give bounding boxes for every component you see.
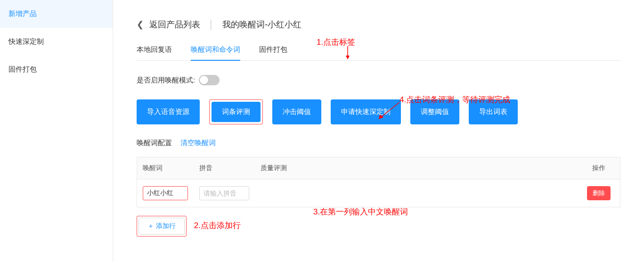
delete-button[interactable]: 删除 [587, 186, 611, 200]
eval-button[interactable]: 词条评测 [212, 102, 261, 122]
cell-quality [255, 187, 578, 200]
cell-pinyin [194, 180, 255, 207]
export-button[interactable]: 导出词表 [469, 99, 518, 124]
page-title: 我的唤醒词-小红小红 [222, 19, 302, 30]
highlight-box-addrow: ＋ 添加行 [137, 216, 187, 237]
threshold-button[interactable]: 冲击阈值 [272, 99, 321, 124]
th-quality: 质量评测 [255, 157, 578, 179]
button-row: 导入语音资源 词条评测 冲击阈值 申请快速深定制 调整阈值 导出词表 [137, 99, 620, 124]
main-content: ❮ 返回产品列表 │ 我的唤醒词-小红小红 1.点击标签 本地回复语 唤醒词和命… [113, 0, 644, 262]
table-row: 删除 [137, 179, 620, 207]
cell-action: 删除 [578, 180, 620, 207]
sidebar-item-label: 固件打包 [8, 65, 37, 73]
tab-firmware-pack[interactable]: 固件打包 [259, 40, 287, 61]
back-arrow-icon[interactable]: ❮ [137, 19, 144, 30]
wake-mode-toggle[interactable] [199, 75, 220, 85]
config-label: 唤醒词配置 [137, 139, 172, 147]
highlight-box-eval: 词条评测 [209, 99, 263, 124]
divider: │ [209, 20, 214, 30]
apply-custom-button[interactable]: 申请快速深定制 [331, 99, 401, 124]
sidebar: 新增产品 快速深定制 固件打包 [0, 0, 113, 262]
sidebar-item-new-product[interactable]: 新增产品 [0, 0, 113, 28]
add-row-wrap: ＋ 添加行 2.点击添加行 [137, 216, 620, 237]
tab-label: 本地回复语 [137, 45, 172, 53]
adjust-threshold-button[interactable]: 调整阈值 [410, 99, 459, 124]
toggle-label: 是否启用唤醒模式: [137, 76, 195, 85]
sidebar-item-firmware[interactable]: 固件打包 [0, 56, 113, 83]
page-header: ❮ 返回产品列表 │ 我的唤醒词-小红小红 [137, 19, 620, 30]
th-action: 操作 [578, 157, 620, 179]
sidebar-item-label: 新增产品 [8, 9, 37, 17]
wakeword-input[interactable] [143, 186, 188, 200]
sidebar-item-quick-custom[interactable]: 快速深定制 [0, 28, 113, 56]
tabs: 本地回复语 唤醒词和命令词 固件打包 [137, 40, 620, 61]
th-pinyin: 拼音 [194, 157, 255, 179]
back-link[interactable]: 返回产品列表 [149, 19, 200, 30]
pinyin-input[interactable] [199, 186, 249, 200]
th-word: 唤醒词 [137, 157, 194, 179]
table-header: 唤醒词 拼音 质量评测 操作 [137, 157, 620, 179]
toggle-row: 是否启用唤醒模式: [137, 75, 620, 85]
wakeword-table: 唤醒词 拼音 质量评测 操作 删除 [137, 157, 620, 207]
import-button[interactable]: 导入语音资源 [137, 99, 200, 124]
tab-wakeword-command[interactable]: 唤醒词和命令词 [191, 40, 240, 61]
config-row: 唤醒词配置 清空唤醒词 [137, 139, 620, 147]
cell-word [137, 180, 194, 207]
tab-local-reply[interactable]: 本地回复语 [137, 40, 172, 61]
tab-label: 固件打包 [259, 45, 287, 53]
annotation-2: 2.点击添加行 [194, 221, 241, 230]
add-row-button[interactable]: ＋ 添加行 [139, 218, 185, 235]
clear-link[interactable]: 清空唤醒词 [180, 139, 216, 147]
tab-label: 唤醒词和命令词 [191, 45, 240, 53]
sidebar-item-label: 快速深定制 [8, 37, 44, 45]
